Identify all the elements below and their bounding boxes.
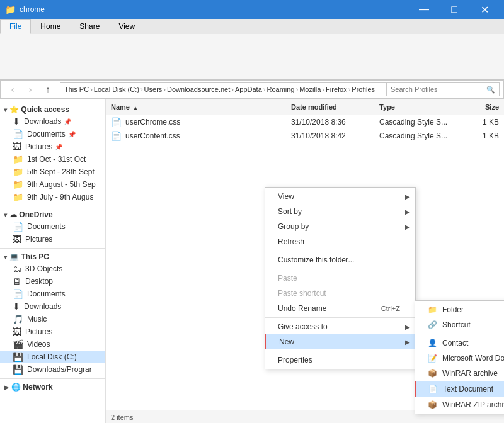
sidebar-item-documents-od[interactable]: 📄 Documents [0,220,105,233]
sidebar-item-downloads-prog[interactable]: 💾 Downloads/Prograr [0,363,105,376]
submenu-folder[interactable]: 📁 Folder [415,302,504,317]
pin-icon: 📌 [55,144,62,150]
breadcrumb[interactable]: This PC › Local Disk (C:) › Users › Down… [60,82,386,96]
documents-icon: 📄 [13,289,23,299]
table-row[interactable]: 📄 userChrome.css 31/10/2018 8:36 Cascadi… [106,115,504,129]
menu-refresh[interactable]: Refresh [265,234,415,249]
sidebar-item-label: 9th August - 5th Sep [27,180,96,189]
sidebar-item-pictures-quick[interactable]: 🖼 Pictures 📌 [0,140,105,153]
thispc-section: ▾ 💻 This PC 🗂 3D Objects 🖥 Desktop 📄 Doc… [0,251,105,376]
col-header-date[interactable]: Date modified [291,103,379,111]
documents-icon: 📄 [13,222,23,232]
col-header-size[interactable]: Size [461,103,499,111]
sidebar-item-3dobjects[interactable]: 🗂 3D Objects [0,262,105,275]
documents-icon: 📄 [13,129,23,139]
bc-localdisk: Local Disk (C:) [94,86,139,93]
quick-access-header[interactable]: ▾ ⭐ Quick access [0,104,105,115]
col-header-type[interactable]: Type [379,103,461,111]
window-controls: — □ ✕ [410,0,499,19]
file-list-header: Name ▲ Date modified Type Size [106,99,504,115]
onedrive-section: ▾ ☁ OneDrive 📄 Documents 🖼 Pictures [0,209,105,245]
sidebar-item-label: Videos [27,340,50,349]
tab-share[interactable]: Share [70,19,109,34]
sidebar-item-5sept[interactable]: 📁 5th Sept - 28th Sept [0,166,105,178]
back-button[interactable]: ‹ [4,82,21,97]
search-input[interactable] [391,86,486,93]
sidebar-item-pictures-pc[interactable]: 🖼 Pictures [0,325,105,338]
minimize-button[interactable]: — [410,0,438,19]
menu-separator [265,351,415,351]
menu-separator [415,334,504,334]
tab-home[interactable]: Home [31,19,70,34]
quick-access-section: ▾ ⭐ Quick access ⬇ Downloads 📌 📄 Documen… [0,104,105,203]
up-button[interactable]: ↑ [40,82,56,97]
table-row[interactable]: 📄 userContent.css 31/10/2018 8:42 Cascad… [106,129,504,143]
sidebar-item-localdisk[interactable]: 💾 Local Disk (C:) [0,351,105,363]
menu-give-access[interactable]: Give access to ▶ [265,319,415,334]
menu-item-label: Give access to [278,322,328,331]
quick-access-label: ⭐ Quick access [9,105,69,114]
menu-item-label: Paste shortcut [278,289,326,298]
network-header[interactable]: ▶ 🌐 Network [0,381,105,393]
submenu-winrar-zip[interactable]: 📦 WinRAR ZIP archive [415,397,504,412]
submenu-item-label: Folder [442,305,464,314]
search-box[interactable]: 🔍 [386,82,500,96]
tab-view[interactable]: View [109,19,144,34]
arrow-icon: ▶ [405,324,410,330]
menu-group[interactable]: Group by ▶ [265,219,415,234]
tab-file[interactable]: File [0,19,31,34]
forward-button[interactable]: › [22,82,38,97]
sidebar-item-pictures-od[interactable]: 🖼 Pictures [0,233,105,245]
menu-paste-shortcut: Paste shortcut [265,286,415,301]
folder-icon: 📁 [428,305,437,314]
submenu-shortcut[interactable]: 🔗 Shortcut [415,317,504,332]
text-doc-icon: 📄 [428,385,438,393]
sidebar-item-label: Documents [27,290,66,298]
menu-paste: Paste [265,271,415,286]
sidebar-item-music[interactable]: 🎵 Music [0,313,105,325]
folder-icon: 📁 [13,192,23,202]
menu-new[interactable]: New ▶ [265,334,415,349]
submenu-winrar[interactable]: 📦 WinRAR archive [415,366,504,381]
menu-item-label: New [279,337,294,346]
menu-properties[interactable]: Properties [265,352,415,368]
submenu-word-doc[interactable]: 📝 Microsoft Word Document [415,351,504,366]
sidebar-item-label: Downloads [24,302,61,311]
sidebar-item-videos[interactable]: 🎬 Videos [0,338,105,351]
menu-item-label: Sort by [278,207,302,216]
submenu-contact[interactable]: 👤 Contact [415,336,504,351]
expand-icon: ▾ [4,106,7,113]
sidebar-item-downloads-pc[interactable]: ⬇ Downloads [0,300,105,313]
sidebar-item-9aug[interactable]: 📁 9th August - 5th Sep [0,178,105,191]
sidebar-item-label: 5th Sept - 28th Sept [27,167,94,176]
sidebar-item-label: Music [27,315,47,324]
close-button[interactable]: ✕ [470,0,499,19]
col-header-name[interactable]: Name ▲ [111,103,291,111]
sidebar-item-1oct[interactable]: 📁 1st Oct - 31st Oct [0,153,105,166]
drive-icon: 💾 [13,352,23,362]
menu-item-label: Refresh [278,237,304,246]
sidebar-item-documents-quick[interactable]: 📄 Documents 📌 [0,128,105,140]
shortcut-icon: 🔗 [428,320,437,329]
downloads-icon: ⬇ [13,302,20,312]
sidebar-item-documents-pc[interactable]: 📄 Documents [0,288,105,300]
file-type: Cascading Style S... [379,132,461,140]
bc-profiles: Profiles [352,86,375,93]
search-icon: 🔍 [486,86,495,94]
sidebar-item-downloads-quick[interactable]: ⬇ Downloads 📌 [0,115,105,128]
submenu-text-doc[interactable]: 📄 Text Document [415,381,504,397]
thispc-header[interactable]: ▾ 💻 This PC [0,251,105,262]
css-file-icon: 📄 [111,117,122,127]
menu-view[interactable]: View ▶ [265,189,415,204]
onedrive-header[interactable]: ▾ ☁ OneDrive [0,209,105,220]
menu-customize[interactable]: Customize this folder... [265,252,415,268]
maximize-button[interactable]: □ [440,0,469,19]
pin-icon: 📌 [64,118,71,125]
title-bar: 📁 chrome — □ ✕ [0,0,504,19]
sidebar-item-9jul[interactable]: 📁 9th July - 9th Augus [0,191,105,203]
3d-icon: 🗂 [13,264,21,274]
menu-undo-rename[interactable]: Undo Rename Ctrl+Z [265,301,415,316]
file-type: Cascading Style S... [379,118,461,127]
sidebar-item-desktop[interactable]: 🖥 Desktop [0,275,105,288]
menu-sort[interactable]: Sort by ▶ [265,204,415,219]
